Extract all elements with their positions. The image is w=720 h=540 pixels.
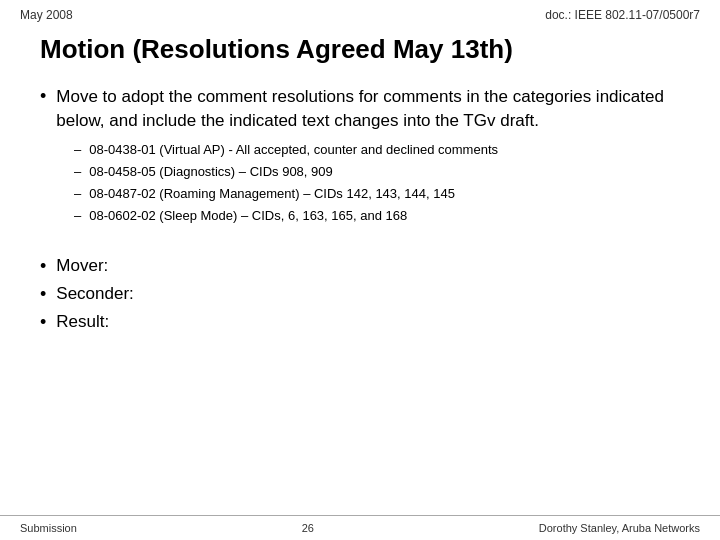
mover-section: • Mover: • Seconder: • Result: — [40, 255, 680, 339]
sub-bullet-1: – 08-0438-01 (Virtual AP) - All accepted… — [74, 141, 680, 159]
header: May 2008 doc.: IEEE 802.11-07/0500r7 — [0, 0, 720, 26]
sub-dash-4: – — [74, 207, 81, 225]
sub-bullet-4: – 08-0602-02 (Sleep Mode) – CIDs, 6, 163… — [74, 207, 680, 225]
mover-text-3: Result: — [56, 312, 109, 332]
sub-bullet-text-3: 08-0487-02 (Roaming Management) – CIDs 1… — [89, 185, 455, 203]
mover-item-3: • Result: — [40, 311, 680, 333]
main-bullet-section: • Move to adopt the comment resolutions … — [40, 85, 680, 229]
footer-left: Submission — [20, 522, 77, 534]
footer: Submission 26 Dorothy Stanley, Aruba Net… — [0, 515, 720, 540]
sub-bullet-text-4: 08-0602-02 (Sleep Mode) – CIDs, 6, 163, … — [89, 207, 407, 225]
footer-center: 26 — [302, 522, 314, 534]
main-bullet-text: Move to adopt the comment resolutions fo… — [56, 85, 680, 133]
sub-dash-1: – — [74, 141, 81, 159]
main-bullet-item: • Move to adopt the comment resolutions … — [40, 85, 680, 133]
mover-item-2: • Seconder: — [40, 283, 680, 305]
footer-right: Dorothy Stanley, Aruba Networks — [539, 522, 700, 534]
header-right: doc.: IEEE 802.11-07/0500r7 — [545, 8, 700, 22]
sub-bullet-text-1: 08-0438-01 (Virtual AP) - All accepted, … — [89, 141, 498, 159]
mover-dot-1: • — [40, 256, 46, 277]
content: Motion (Resolutions Agreed May 13th) • M… — [0, 26, 720, 515]
header-left: May 2008 — [20, 8, 73, 22]
mover-dot-2: • — [40, 284, 46, 305]
mover-text-1: Mover: — [56, 256, 108, 276]
sub-bullet-text-2: 08-0458-05 (Diagnostics) – CIDs 908, 909 — [89, 163, 333, 181]
sub-bullet-3: – 08-0487-02 (Roaming Management) – CIDs… — [74, 185, 680, 203]
page-title: Motion (Resolutions Agreed May 13th) — [40, 34, 680, 65]
sub-bullet-2: – 08-0458-05 (Diagnostics) – CIDs 908, 9… — [74, 163, 680, 181]
mover-item-1: • Mover: — [40, 255, 680, 277]
page: May 2008 doc.: IEEE 802.11-07/0500r7 Mot… — [0, 0, 720, 540]
sub-dash-3: – — [74, 185, 81, 203]
sub-bullets-list: – 08-0438-01 (Virtual AP) - All accepted… — [74, 141, 680, 226]
mover-dot-3: • — [40, 312, 46, 333]
sub-dash-2: – — [74, 163, 81, 181]
mover-text-2: Seconder: — [56, 284, 134, 304]
bullet-dot: • — [40, 86, 46, 107]
